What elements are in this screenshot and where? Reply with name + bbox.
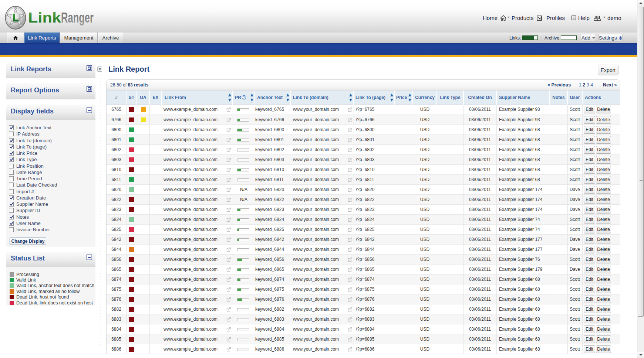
svg-text:LinkRanger: LinkRanger [28,10,94,25]
svg-text:?: ? [243,96,245,99]
